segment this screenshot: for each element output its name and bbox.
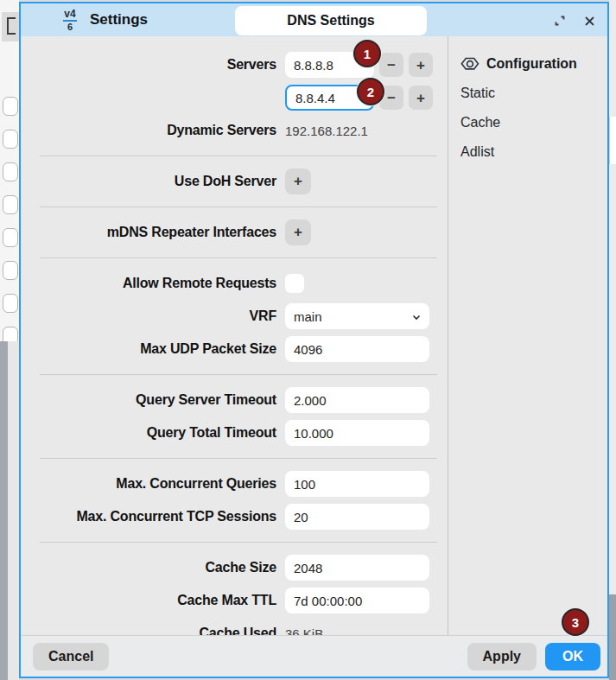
tab-dns-settings[interactable]: DNS Settings bbox=[235, 6, 427, 35]
separator bbox=[40, 257, 437, 258]
sidebar-item-adlist[interactable]: Adlist bbox=[460, 142, 607, 162]
query-server-timeout-input[interactable] bbox=[285, 387, 429, 413]
background-shade bbox=[0, 341, 8, 680]
expand-window-icon[interactable] bbox=[549, 10, 571, 32]
allow-remote-requests-label: Allow Remote Requests bbox=[31, 276, 276, 291]
background-checkbox bbox=[3, 130, 18, 149]
sidebar-item-static[interactable]: Static bbox=[460, 83, 607, 104]
dialog-footer: Cancel Apply OK bbox=[21, 635, 607, 677]
servers-label: Servers bbox=[31, 57, 276, 73]
separator bbox=[40, 156, 437, 156]
max-udp-packet-size-input[interactable] bbox=[285, 336, 429, 362]
dynamic-servers-row: Dynamic Servers 192.168.122.1 bbox=[31, 118, 446, 143]
sidebar-item-label: Configuration bbox=[486, 56, 577, 72]
max-concurrent-tcp-sessions-row: Max. Concurrent TCP Sessions bbox=[31, 504, 446, 530]
sidebar-item-label: Cache bbox=[460, 115, 500, 130]
window-title: Settings bbox=[90, 3, 148, 36]
max-udp-packet-size-row: Max UDP Packet Size bbox=[31, 336, 446, 362]
dialog-content: Servers − + − + Dynamic Servers 192.168.… bbox=[21, 36, 607, 635]
sidebar-item-configuration[interactable]: Configuration bbox=[460, 54, 607, 74]
max-concurrent-tcp-sessions-input[interactable] bbox=[285, 504, 429, 530]
mdns-repeater-row: mDNS Repeater Interfaces + bbox=[31, 219, 446, 245]
mdns-repeater-add-button[interactable]: + bbox=[285, 219, 311, 245]
max-concurrent-tcp-sessions-label: Max. Concurrent TCP Sessions bbox=[31, 509, 276, 524]
cache-used-row: Cache Used 36 KiB bbox=[31, 620, 446, 635]
cache-max-ttl-input[interactable] bbox=[285, 588, 429, 613]
background-app-right-strip bbox=[609, 0, 616, 680]
separator bbox=[40, 458, 437, 459]
apply-button[interactable]: Apply bbox=[467, 643, 537, 670]
cache-used-label: Cache Used bbox=[31, 626, 276, 635]
mdns-repeater-label: mDNS Repeater Interfaces bbox=[31, 225, 276, 240]
servers-add-button-1[interactable]: + bbox=[409, 53, 433, 77]
background-checkbox bbox=[3, 162, 18, 181]
servers-add-button-2[interactable]: + bbox=[409, 86, 433, 110]
query-total-timeout-input[interactable] bbox=[285, 420, 429, 446]
dynamic-servers-label: Dynamic Servers bbox=[31, 123, 276, 138]
use-doh-server-row: Use DoH Server + bbox=[31, 168, 446, 194]
annotation-step-badge-2: 2 bbox=[357, 78, 384, 105]
background-checkbox bbox=[3, 228, 18, 247]
background-panel-edge bbox=[609, 117, 616, 164]
separator bbox=[40, 542, 437, 543]
vrf-select[interactable]: main bbox=[285, 303, 429, 329]
dialog-titlebar[interactable]: v4 6 Settings DNS Settings bbox=[21, 3, 607, 36]
vrf-row: VRF main bbox=[31, 303, 446, 329]
servers-remove-button-1[interactable]: − bbox=[379, 53, 403, 77]
max-concurrent-queries-label: Max. Concurrent Queries bbox=[31, 476, 276, 492]
cache-max-ttl-row: Cache Max TTL bbox=[31, 588, 446, 613]
annotation-step-badge-3: 3 bbox=[562, 608, 589, 636]
cache-size-input[interactable] bbox=[285, 555, 429, 581]
query-server-timeout-row: Query Server Timeout bbox=[31, 387, 446, 413]
servers-row-1: Servers − + bbox=[31, 52, 446, 78]
sidebar-item-label: Static bbox=[460, 86, 495, 101]
dynamic-servers-value: 192.168.122.1 bbox=[285, 124, 368, 138]
vrf-label: VRF bbox=[31, 308, 276, 324]
cancel-button[interactable]: Cancel bbox=[33, 643, 109, 670]
background-checkbox bbox=[3, 261, 18, 280]
background-checkbox bbox=[3, 97, 18, 116]
max-udp-packet-size-label: Max UDP Packet Size bbox=[31, 341, 276, 357]
background-checkbox bbox=[3, 195, 18, 214]
background-shade bbox=[609, 594, 616, 680]
background-icon bbox=[7, 17, 16, 35]
use-doh-server-add-button[interactable]: + bbox=[285, 168, 311, 194]
cache-used-value: 36 KiB bbox=[285, 626, 323, 636]
annotation-step-badge-1: 1 bbox=[353, 40, 381, 67]
background-checkbox bbox=[3, 294, 18, 313]
use-doh-server-label: Use DoH Server bbox=[31, 174, 276, 189]
cache-max-ttl-label: Cache Max TTL bbox=[31, 593, 276, 608]
query-total-timeout-label: Query Total Timeout bbox=[31, 425, 276, 441]
query-total-timeout-row: Query Total Timeout bbox=[31, 420, 446, 446]
max-concurrent-queries-row: Max. Concurrent Queries bbox=[31, 471, 446, 497]
sidebar-item-cache[interactable]: Cache bbox=[460, 112, 607, 133]
allow-remote-requests-checkbox[interactable] bbox=[285, 274, 304, 293]
max-concurrent-queries-input[interactable] bbox=[285, 471, 429, 497]
allow-remote-requests-row: Allow Remote Requests bbox=[31, 270, 446, 296]
separator bbox=[40, 207, 437, 207]
close-icon[interactable] bbox=[578, 10, 600, 32]
cache-size-row: Cache Size bbox=[31, 555, 446, 581]
dns-settings-form: Servers − + − + Dynamic Servers 192.168.… bbox=[21, 36, 448, 635]
dialog-sidebar: Configuration Static Cache Adlist bbox=[448, 36, 607, 635]
background-toolbar-button bbox=[2, 12, 19, 41]
sidebar-item-label: Adlist bbox=[460, 144, 494, 160]
nut-configuration-icon bbox=[460, 54, 479, 73]
background-app-left-strip bbox=[0, 0, 19, 680]
ok-button[interactable]: OK bbox=[545, 643, 600, 670]
dns-settings-dialog: v4 6 Settings DNS Settings Servers − bbox=[19, 2, 609, 678]
cache-size-label: Cache Size bbox=[31, 560, 276, 575]
background-shade bbox=[8, 341, 19, 680]
query-server-timeout-label: Query Server Timeout bbox=[31, 392, 276, 408]
separator bbox=[40, 374, 437, 375]
dns-v4-v6-icon: v4 6 bbox=[57, 7, 83, 33]
